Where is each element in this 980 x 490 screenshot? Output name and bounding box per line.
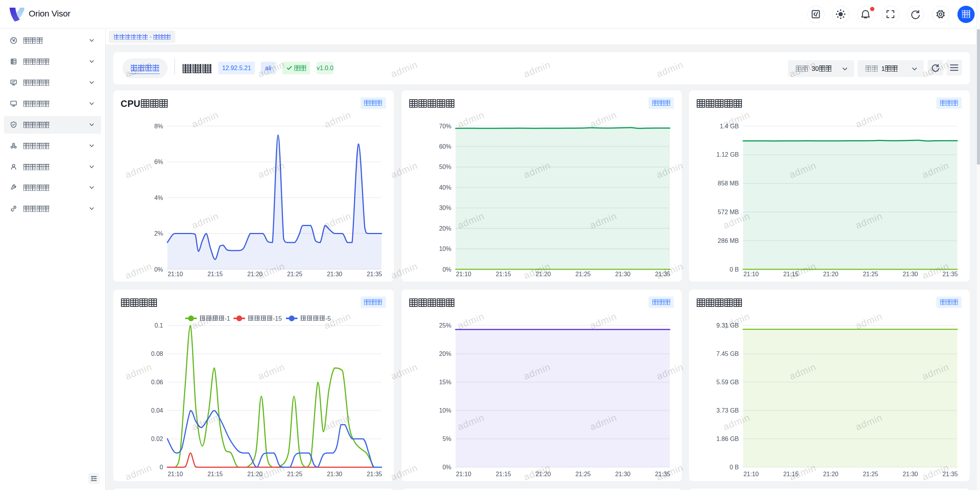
svg-text:21:30: 21:30 [903, 271, 918, 277]
svg-text:20%: 20% [439, 351, 451, 357]
svg-text:21:10: 21:10 [168, 271, 183, 277]
svg-text:0%: 0% [154, 266, 163, 273]
svg-text:0.04: 0.04 [151, 407, 163, 414]
svg-text:858 MB: 858 MB [718, 180, 739, 187]
svg-text:21:10: 21:10 [456, 471, 471, 477]
svg-text:-15: -15 [273, 315, 282, 322]
svg-text:1.86 GB: 1.86 GB [717, 436, 739, 442]
svg-text:25%: 25% [439, 322, 451, 329]
svg-text:21:30: 21:30 [615, 271, 630, 277]
svg-text:21:30: 21:30 [903, 471, 918, 477]
svg-text:8%: 8% [154, 123, 163, 129]
svg-text:3.73 GB: 3.73 GB [717, 407, 739, 414]
svg-text:21:30: 21:30 [327, 271, 342, 277]
svg-text:10%: 10% [439, 407, 451, 414]
svg-text:21:25: 21:25 [287, 471, 302, 477]
svg-text:30%: 30% [439, 205, 451, 211]
svg-text:21:35: 21:35 [367, 271, 382, 277]
svg-text:0.02: 0.02 [151, 436, 163, 442]
svg-text:21:15: 21:15 [496, 471, 511, 477]
svg-text:21:30: 21:30 [327, 471, 342, 477]
svg-text:286 MB: 286 MB [718, 238, 739, 244]
svg-text:0.1: 0.1 [155, 322, 163, 329]
svg-text:2%: 2% [154, 230, 163, 237]
svg-text:21:25: 21:25 [863, 271, 878, 277]
svg-text:21:20: 21:20 [823, 271, 838, 277]
svg-text:21:15: 21:15 [207, 471, 223, 477]
svg-text:15%: 15% [439, 379, 451, 385]
svg-text:0.08: 0.08 [151, 351, 163, 357]
svg-text:0%: 0% [443, 464, 451, 470]
svg-text:21:25: 21:25 [287, 271, 302, 277]
svg-text:70%: 70% [439, 123, 451, 129]
svg-text:7.45 GB: 7.45 GB [717, 351, 739, 357]
svg-text:20%: 20% [439, 225, 451, 232]
svg-text:21:15: 21:15 [496, 271, 511, 277]
svg-text:40%: 40% [439, 184, 451, 191]
svg-text:21:35: 21:35 [367, 471, 382, 477]
svg-text:5%: 5% [443, 436, 451, 442]
svg-text:10%: 10% [439, 246, 451, 252]
svg-text:21:10: 21:10 [743, 271, 759, 277]
svg-text:0 B: 0 B [730, 464, 739, 470]
svg-text:21:10: 21:10 [456, 271, 471, 277]
svg-text:1.12 GB: 1.12 GB [717, 151, 739, 158]
svg-text:21:25: 21:25 [575, 271, 591, 277]
svg-text:-1: -1 [225, 315, 230, 322]
svg-text:21:20: 21:20 [823, 471, 838, 477]
svg-text:50%: 50% [439, 164, 451, 170]
svg-text:6%: 6% [154, 159, 163, 165]
svg-text:5.59 GB: 5.59 GB [717, 379, 739, 385]
svg-text:21:30: 21:30 [615, 471, 630, 477]
svg-text:572 MB: 572 MB [718, 209, 739, 215]
svg-text:0.06: 0.06 [151, 379, 163, 385]
svg-text:21:10: 21:10 [168, 471, 183, 477]
svg-text:4%: 4% [154, 195, 163, 201]
svg-text:21:10: 21:10 [743, 471, 759, 477]
svg-text:60%: 60% [439, 143, 451, 150]
svg-text:0: 0 [160, 464, 163, 470]
svg-text:0%: 0% [443, 266, 451, 273]
svg-text:21:25: 21:25 [575, 471, 591, 477]
svg-text:21:15: 21:15 [207, 271, 223, 277]
svg-text:0 B: 0 B [730, 266, 739, 273]
svg-text:21:25: 21:25 [863, 471, 878, 477]
